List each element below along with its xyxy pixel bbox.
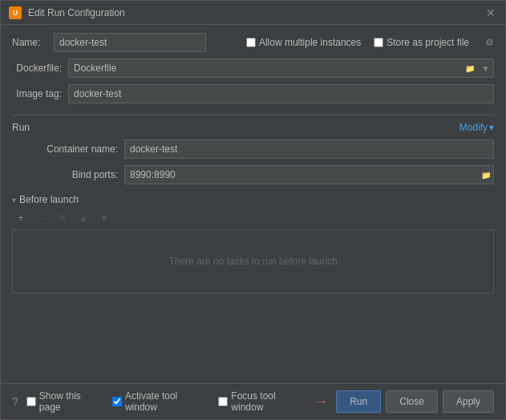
close-button[interactable]: ✕ <box>484 6 497 19</box>
image-tag-label: Image tag: <box>12 88 68 99</box>
name-row: Name: Allow multiple instances Store as … <box>12 33 494 52</box>
modify-label: Modify <box>459 122 488 133</box>
before-launch-section: ▾ Before launch + − ✎ ▲ ▼ There are no t… <box>12 194 494 293</box>
modify-chevron-icon: ▾ <box>489 122 494 133</box>
dockerfile-dropdown-button[interactable]: ▼ <box>478 59 494 78</box>
show-this-page-option[interactable]: Show this page <box>26 390 101 413</box>
allow-multiple-instances-checkbox[interactable] <box>246 38 256 47</box>
dockerfile-row: Dockerfile: 📁 ▼ <box>12 59 494 78</box>
edit-task-button[interactable]: ✎ <box>54 210 71 226</box>
container-name-input[interactable] <box>124 139 494 159</box>
run-section-title: Run <box>12 122 30 133</box>
allow-multiple-instances-label: Allow multiple instances <box>259 37 361 48</box>
title-bar-left: U Edit Run Configuration <box>9 6 125 19</box>
add-task-button[interactable]: + <box>12 210 30 226</box>
focus-tool-window-label: Focus tool window <box>231 390 306 413</box>
empty-message: There are no tasks to run before launch <box>168 256 337 267</box>
help-icon[interactable]: ? <box>12 395 18 408</box>
bind-ports-browse-button[interactable]: 📁 <box>478 165 494 184</box>
container-name-label: Container name: <box>36 143 124 155</box>
run-section-header: Run Modify ▾ <box>12 115 494 133</box>
move-up-button[interactable]: ▲ <box>75 210 92 226</box>
gear-icon[interactable]: ⚙ <box>485 37 494 48</box>
bottom-checkboxes: Show this page Activate tool window Focu… <box>26 390 306 413</box>
activate-tool-window-option[interactable]: Activate tool window <box>112 390 207 413</box>
store-as-project-file-checkbox[interactable] <box>374 38 383 47</box>
allow-multiple-instances-option[interactable]: Allow multiple instances <box>246 37 361 48</box>
move-down-button[interactable]: ▼ <box>95 210 113 226</box>
bind-ports-row: Bind ports: 📁 <box>36 165 494 184</box>
dockerfile-browse-button[interactable]: 📁 <box>462 59 478 78</box>
dialog-content: Name: Allow multiple instances Store as … <box>1 25 505 383</box>
run-fields: Container name: Bind ports: 📁 <box>12 139 494 184</box>
arrow-indicator: → <box>314 394 328 410</box>
bind-ports-group: 📁 <box>124 165 494 184</box>
bind-ports-label: Bind ports: <box>36 169 124 180</box>
toolbar-row: + − ✎ ▲ ▼ <box>12 210 494 226</box>
app-icon-label: U <box>13 9 18 17</box>
apply-button[interactable]: Apply <box>443 390 494 413</box>
show-this-page-checkbox[interactable] <box>26 397 36 406</box>
title-bar: U Edit Run Configuration ✕ <box>1 1 505 25</box>
run-section: Run Modify ▾ Container name: Bind ports:… <box>12 115 494 184</box>
name-input[interactable] <box>54 33 206 52</box>
image-tag-input[interactable] <box>68 84 494 103</box>
dialog-title: Edit Run Configuration <box>28 7 125 18</box>
activate-tool-window-checkbox[interactable] <box>112 397 122 406</box>
run-button[interactable]: Run <box>336 390 381 413</box>
store-as-project-file-label: Store as project file <box>387 37 469 48</box>
before-launch-title: Before launch <box>19 194 79 205</box>
before-launch-header[interactable]: ▾ Before launch <box>12 194 494 205</box>
activate-tool-window-label: Activate tool window <box>125 390 207 413</box>
store-as-project-file-option[interactable]: Store as project file <box>374 37 469 48</box>
show-this-page-label: Show this page <box>39 390 101 413</box>
before-launch-empty-area: There are no tasks to run before launch <box>12 229 494 293</box>
remove-task-button[interactable]: − <box>33 210 51 226</box>
dockerfile-input[interactable] <box>68 59 462 78</box>
container-name-row: Container name: <box>36 139 494 159</box>
modify-link[interactable]: Modify ▾ <box>459 122 494 133</box>
name-label: Name: <box>12 37 54 48</box>
bottom-buttons: → Run Close Apply <box>314 390 494 413</box>
bind-ports-input[interactable] <box>124 165 478 184</box>
top-options: Allow multiple instances Store as projec… <box>246 37 494 48</box>
dockerfile-input-group: 📁 ▼ <box>68 59 494 78</box>
image-tag-row: Image tag: <box>12 84 494 103</box>
dialog: U Edit Run Configuration ✕ Name: Allow m… <box>0 0 506 420</box>
focus-tool-window-checkbox[interactable] <box>218 397 228 406</box>
bottom-bar: ? Show this page Activate tool window Fo… <box>1 383 505 419</box>
dockerfile-label: Dockerfile: <box>12 63 68 74</box>
focus-tool-window-option[interactable]: Focus tool window <box>218 390 306 413</box>
app-icon: U <box>9 6 22 19</box>
collapse-icon: ▾ <box>12 196 16 204</box>
close-dialog-button[interactable]: Close <box>386 390 438 413</box>
